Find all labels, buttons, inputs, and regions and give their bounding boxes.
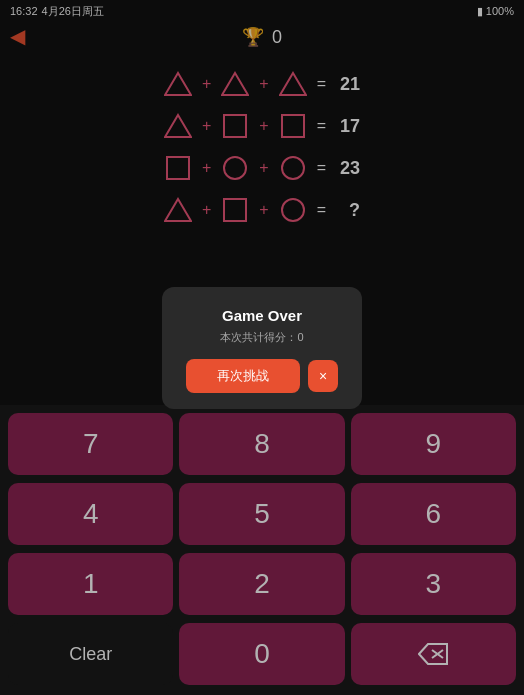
square-icon bbox=[221, 112, 249, 140]
puzzle-row-2: + + = 17 bbox=[40, 108, 484, 144]
triangle-icon bbox=[279, 70, 307, 98]
puzzle-row-1: + + = 21 bbox=[40, 66, 484, 102]
keypad: 7 8 9 4 5 6 1 2 3 Clear 0 bbox=[0, 405, 524, 695]
svg-point-8 bbox=[282, 157, 304, 179]
key-5[interactable]: 5 bbox=[179, 483, 344, 545]
key-8[interactable]: 8 bbox=[179, 413, 344, 475]
triangle-icon bbox=[164, 112, 192, 140]
modal-score: 本次共计得分：0 bbox=[186, 330, 338, 345]
status-time: 16:32 bbox=[10, 5, 38, 17]
retry-button[interactable]: 再次挑战 bbox=[186, 359, 300, 393]
svg-rect-6 bbox=[167, 157, 189, 179]
modal-buttons: 再次挑战 × bbox=[186, 359, 338, 393]
back-button[interactable]: ◀ bbox=[10, 24, 25, 48]
svg-marker-0 bbox=[165, 73, 191, 95]
key-6[interactable]: 6 bbox=[351, 483, 516, 545]
key-1[interactable]: 1 bbox=[8, 553, 173, 615]
status-bar: 16:32 4月26日周五 ▮ 100% bbox=[0, 0, 524, 22]
svg-point-7 bbox=[224, 157, 246, 179]
circle-icon bbox=[221, 154, 249, 182]
trophy-icon: 🏆 bbox=[242, 26, 264, 48]
backspace-icon bbox=[418, 643, 448, 665]
header-score: 0 bbox=[272, 27, 282, 48]
svg-point-11 bbox=[282, 199, 304, 221]
delete-button[interactable] bbox=[351, 623, 516, 685]
game-over-modal: Game Over 本次共计得分：0 再次挑战 × bbox=[162, 287, 362, 409]
triangle-icon bbox=[221, 70, 249, 98]
puzzle-row-3: + + = 23 bbox=[40, 150, 484, 186]
key-7[interactable]: 7 bbox=[8, 413, 173, 475]
svg-rect-4 bbox=[224, 115, 246, 137]
svg-marker-1 bbox=[222, 73, 248, 95]
puzzle-row-4: + + = ? bbox=[40, 192, 484, 228]
header: 🏆 0 bbox=[0, 22, 524, 56]
clear-button[interactable]: Clear bbox=[8, 623, 173, 685]
square-icon bbox=[279, 112, 307, 140]
key-2[interactable]: 2 bbox=[179, 553, 344, 615]
puzzle-area: + + = 21 + + = 17 + + bbox=[0, 56, 524, 238]
svg-rect-5 bbox=[282, 115, 304, 137]
modal-title: Game Over bbox=[186, 307, 338, 324]
key-9[interactable]: 9 bbox=[351, 413, 516, 475]
svg-marker-2 bbox=[280, 73, 306, 95]
status-left: 16:32 4月26日周五 bbox=[10, 4, 104, 19]
svg-marker-12 bbox=[419, 644, 447, 664]
circle-icon bbox=[279, 154, 307, 182]
svg-marker-9 bbox=[165, 199, 191, 221]
triangle-icon bbox=[164, 70, 192, 98]
key-0[interactable]: 0 bbox=[179, 623, 344, 685]
close-modal-button[interactable]: × bbox=[308, 360, 338, 392]
triangle-icon bbox=[164, 196, 192, 224]
key-3[interactable]: 3 bbox=[351, 553, 516, 615]
status-right: ▮ 100% bbox=[477, 5, 514, 18]
circle-icon bbox=[279, 196, 307, 224]
svg-rect-10 bbox=[224, 199, 246, 221]
battery-icon: ▮ 100% bbox=[477, 5, 514, 18]
svg-marker-3 bbox=[165, 115, 191, 137]
key-4[interactable]: 4 bbox=[8, 483, 173, 545]
square-icon bbox=[164, 154, 192, 182]
status-date: 4月26日周五 bbox=[42, 4, 104, 19]
square-icon bbox=[221, 196, 249, 224]
